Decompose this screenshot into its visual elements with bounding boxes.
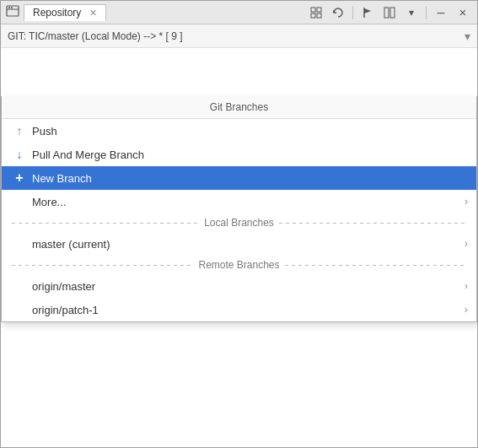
tab-close-icon[interactable]: ✕ (89, 8, 97, 18)
svg-rect-5 (317, 8, 321, 12)
title-bar-tab[interactable]: Repository ✕ (24, 4, 106, 21)
pull-down-icon: ↓ (12, 147, 27, 162)
master-icon (12, 236, 27, 251)
branch-bar-text: GIT: TIC/master (Local Mode) --> * [ 9 ] (8, 30, 183, 42)
new-branch-plus-icon: + (12, 170, 27, 186)
toolbar-divider-2 (426, 6, 427, 19)
master-label: master (current) (32, 238, 110, 251)
separator-line-right (279, 223, 466, 224)
push-label: Push (32, 125, 57, 138)
local-branches-label: Local Branches (199, 217, 279, 229)
tab-label: Repository (33, 7, 81, 19)
title-bar-right: ▾ – × (307, 3, 472, 22)
repo-icon (6, 4, 19, 20)
remote-sep-line-right (285, 265, 466, 266)
push-up-icon: ↑ (12, 123, 27, 138)
origin-patch-1-label: origin/patch-1 (32, 304, 99, 316)
svg-rect-6 (311, 13, 315, 18)
origin-master-icon (12, 278, 27, 294)
separator-line-left (12, 223, 199, 224)
master-arrow-icon: › (465, 238, 468, 250)
more-label: More... (32, 196, 66, 208)
origin-master-arrow-icon: › (465, 280, 468, 292)
new-branch-label: New Branch (32, 172, 92, 185)
branch-bar-dropdown-icon[interactable]: ▾ (465, 30, 470, 43)
dropdown-item-pull[interactable]: ↓ Pull And Merge Branch (2, 143, 476, 166)
dropdown-header: Git Branches (2, 96, 476, 119)
more-arrow-icon: › (465, 196, 468, 208)
toolbar-btn-grid[interactable] (380, 3, 399, 22)
title-bar-left: Repository ✕ (6, 4, 109, 21)
main-window: Repository ✕ (0, 0, 478, 448)
remote-sep-line-left (12, 265, 193, 266)
svg-rect-10 (390, 8, 395, 18)
svg-rect-7 (317, 13, 321, 18)
toolbar-btn-flag[interactable] (358, 3, 377, 22)
title-bar: Repository ✕ (1, 1, 477, 24)
dropdown-item-master[interactable]: master (current) › (2, 232, 476, 256)
toolbar-btn-refresh[interactable] (329, 3, 347, 22)
origin-patch-1-arrow-icon: › (465, 304, 468, 316)
dropdown-item-origin-master[interactable]: origin/master › (2, 274, 476, 298)
toolbar-btn-dropdown-arrow[interactable]: ▾ (402, 3, 421, 22)
origin-patch-1-icon (12, 302, 27, 317)
main-content: Git Branches ↑ Push ↓ Pull And Merge Bra… (1, 48, 477, 447)
local-branches-separator: Local Branches (2, 213, 476, 232)
toolbar-btn-close[interactable]: × (454, 3, 472, 22)
branch-bar[interactable]: GIT: TIC/master (Local Mode) --> * [ 9 ]… (1, 24, 477, 48)
toolbar-btn-arrange[interactable] (307, 3, 325, 22)
svg-rect-4 (311, 8, 315, 12)
svg-rect-9 (384, 8, 389, 18)
svg-point-3 (11, 7, 13, 8)
remote-branches-label: Remote Branches (193, 259, 284, 271)
toolbar-btn-minimize[interactable]: – (432, 3, 450, 22)
git-branches-dropdown: Git Branches ↑ Push ↓ Pull And Merge Bra… (1, 96, 477, 322)
toolbar-divider-1 (352, 6, 353, 19)
svg-point-2 (8, 7, 10, 8)
more-icon (12, 194, 27, 209)
remote-branches-separator: Remote Branches (2, 256, 476, 274)
dropdown-item-push[interactable]: ↑ Push (2, 119, 476, 143)
pull-label: Pull And Merge Branch (32, 148, 144, 161)
dropdown-item-more[interactable]: More... › (2, 190, 476, 213)
dropdown-item-origin-patch-1[interactable]: origin/patch-1 › (2, 298, 476, 321)
dropdown-item-new-branch[interactable]: + New Branch (2, 166, 476, 190)
origin-master-label: origin/master (32, 280, 95, 293)
